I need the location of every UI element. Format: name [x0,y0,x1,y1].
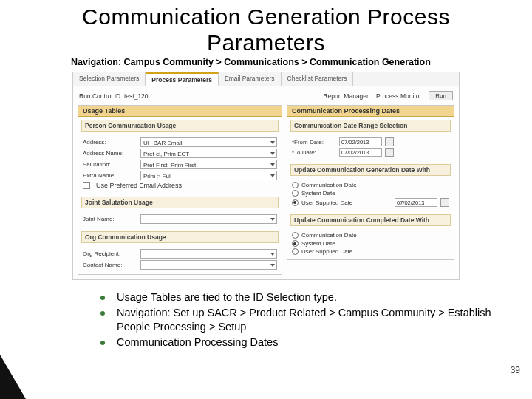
org-recipient-label: Org Recipient: [83,250,137,257]
calendar-icon[interactable] [440,198,449,207]
preferred-email-checkbox[interactable] [83,182,90,189]
radio-system-date-2[interactable] [292,240,299,247]
tab-strip: Selection Parameters Process Parameters … [73,72,459,86]
bullet-list: Usage Tables are tied to the ID Selectio… [100,290,499,349]
run-control-label: Run Control ID: [79,92,123,100]
bullet-icon [100,296,105,300]
radio-user-date-2-label: User Supplied Date [301,248,352,255]
radio-user-date-2[interactable] [292,248,299,255]
from-date-label: *From Date: [292,139,336,146]
org-recipient-select[interactable] [140,249,277,259]
tab-process-parameters[interactable]: Process Parameters [146,72,219,86]
slide-title: Communication Generation Process Paramet… [30,4,502,55]
address-label: Address: [83,139,137,146]
update-completed-date-heading: Update Communication Completed Date With [290,214,451,226]
radio-user-date[interactable] [292,200,299,206]
radio-comm-date[interactable] [292,182,299,188]
run-control-value: test_120 [124,92,149,100]
radio-system-date-label: System Date [301,190,335,197]
radio-system-date[interactable] [292,190,299,197]
tab-selection-parameters[interactable]: Selection Parameters [73,72,146,86]
org-comm-usage-heading: Org Communication Usage [81,231,279,243]
update-gen-date-heading: Update Communication Generation Date Wit… [290,164,451,176]
run-button[interactable]: Run [429,91,453,100]
joint-salutation-heading: Joint Salutation Usage [81,197,279,208]
tab-checklist-parameters[interactable]: Checklist Parameters [282,72,354,86]
person-comm-usage-heading: Person Communication Usage [81,120,279,132]
radio-comm-date-2[interactable] [292,232,299,239]
to-date-input[interactable]: 07/02/2013 [339,148,382,157]
slide-corner-decoration [0,355,26,399]
extra-name-label: Extra Name: [83,172,137,179]
run-control-bar: Run Control ID: test_120 Report Manager … [73,86,459,105]
address-select[interactable]: UH BAR Email [140,137,277,147]
report-manager-link[interactable]: Report Manager [323,92,368,100]
page-number: 39 [511,365,520,375]
usage-tables-panel: Usage Tables Person Communication Usage … [78,105,282,275]
address-name-select[interactable]: Pref el, Prim ECT [140,149,277,158]
radio-comm-date-2-label: Communication Date [301,232,357,239]
date-range-heading: Communication Date Range Selection [290,120,451,132]
address-name-label: Address Name: [83,150,137,157]
comm-processing-dates-heading: Communication Processing Dates [287,106,454,117]
contact-name-select[interactable] [140,260,277,270]
bullet-text-2: Navigation: Set up SACR > Product Relate… [117,306,499,334]
process-parameters-screenshot: Selection Parameters Process Parameters … [72,72,460,280]
bullet-text-3: Communication Processing Dates [117,335,278,349]
navigation-breadcrumb: Navigation: Campus Community > Communica… [71,57,502,67]
bullet-icon [100,311,105,316]
comm-processing-dates-panel: Communication Processing Dates Communica… [287,105,454,260]
preferred-email-label: Use Preferred Email Address [96,182,182,189]
calendar-icon[interactable] [385,137,394,146]
radio-user-date-label: User Supplied Date [301,200,352,206]
contact-name-label: Contact Name: [83,262,137,268]
salutation-select[interactable]: Pref First, Prim First [140,160,277,169]
usage-tables-heading: Usage Tables [78,106,282,117]
to-date-label: *To Date: [292,149,336,156]
extra-name-select[interactable]: Prim > Full [140,171,277,180]
tab-email-parameters[interactable]: Email Parameters [219,72,282,86]
radio-system-date-2-label: System Date [301,240,335,247]
joint-name-label: Joint Name: [83,216,137,222]
bullet-icon [100,341,105,345]
calendar-icon[interactable] [385,148,394,157]
bullet-text-1: Usage Tables are tied to the ID Selectio… [117,290,337,304]
from-date-input[interactable]: 07/02/2013 [339,137,382,146]
process-monitor-link[interactable]: Process Monitor [376,92,421,100]
radio-comm-date-label: Communication Date [301,182,357,188]
joint-name-select[interactable] [140,214,277,224]
salutation-label: Salutation: [83,161,137,168]
user-date-input[interactable]: 07/02/2013 [395,198,437,207]
